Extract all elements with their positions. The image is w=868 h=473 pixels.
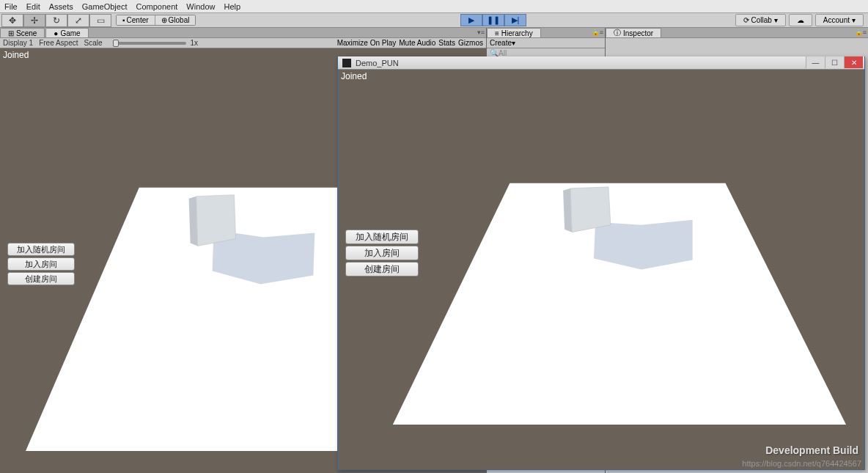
scale-tool-icon[interactable]: ⤢ — [67, 14, 89, 27]
scale-label: Scale — [84, 39, 103, 47]
toolbar: ✥ ✢ ↻ ⤢ ▭ ▪Center ⊕Global ▶ ❚❚ ▶| ⟳ Coll… — [0, 13, 868, 28]
hierarchy-create-dropdown[interactable]: Create — [490, 39, 512, 47]
window-maximize-button[interactable]: ☐ — [825, 56, 844, 68]
panel-lock-icon[interactable]: 🔒≡ — [855, 29, 867, 36]
mute-toggle[interactable]: Mute Audio — [399, 39, 435, 47]
watermark: https://blog.csdn.net/q764424567 — [742, 459, 861, 468]
button-join-random-room[interactable]: 加入随机房间 — [7, 243, 75, 256]
menu-edit[interactable]: Edit — [26, 2, 40, 11]
collab-dropdown[interactable]: ⟳ Collab ▾ — [735, 14, 786, 26]
button-create-room[interactable]: 创建房间 — [345, 262, 419, 276]
svg-marker-2 — [196, 195, 236, 246]
handle-global-button[interactable]: ⊕Global — [155, 15, 196, 25]
menu-component[interactable]: Component — [136, 2, 177, 11]
development-build-label: Development Build — [765, 444, 858, 456]
menu-window[interactable]: Window — [186, 2, 215, 11]
button-join-random-room[interactable]: 加入随机房间 — [345, 230, 419, 244]
window-close-button[interactable]: ✕ — [844, 56, 863, 68]
panel-menu-icon[interactable]: ▾≡ — [477, 29, 485, 36]
menu-assets[interactable]: Assets — [49, 2, 73, 11]
scale-value: 1x — [191, 39, 199, 47]
aspect-dropdown[interactable]: Free Aspect — [39, 39, 78, 47]
pivot-center-button[interactable]: ▪Center — [117, 15, 155, 25]
panel-lock-icon[interactable]: 🔒≡ — [592, 29, 603, 36]
tab-game[interactable]: ● Game — [45, 28, 88, 37]
scale-slider[interactable] — [113, 42, 186, 45]
cloud-button[interactable]: ☁ — [789, 14, 812, 26]
floating-player-window: Demo_PUN — ☐ ✕ Joined 加入随机房间 加入房间 创建房间 D… — [337, 56, 865, 470]
unity-icon — [342, 59, 351, 67]
account-dropdown[interactable]: Account ▾ — [815, 14, 864, 26]
menu-file[interactable]: File — [4, 2, 18, 11]
button-create-room[interactable]: 创建房间 — [7, 272, 75, 285]
tab-inspector[interactable]: ⓘ Inspector — [606, 28, 661, 37]
menu-gameobject[interactable]: GameObject — [82, 2, 128, 11]
window-title: Demo_PUN — [356, 59, 399, 67]
gizmos-dropdown[interactable]: Gizmos — [458, 39, 483, 47]
button-join-room[interactable]: 加入房间 — [7, 257, 75, 271]
menu-bar: File Edit Assets GameObject Component Wi… — [0, 0, 868, 13]
menu-help[interactable]: Help — [224, 2, 240, 11]
stats-toggle[interactable]: Stats — [438, 39, 455, 47]
pause-button[interactable]: ❚❚ — [482, 14, 504, 26]
play-button[interactable]: ▶ — [460, 14, 482, 26]
rect-tool-icon[interactable]: ▭ — [89, 14, 111, 27]
maximize-toggle[interactable]: Maximize On Play — [337, 39, 397, 47]
svg-marker-4 — [393, 183, 846, 425]
display-dropdown[interactable]: Display 1 — [3, 39, 33, 47]
tab-hierarchy[interactable]: ≡ Hierarchy — [487, 28, 541, 37]
move-tool-icon[interactable]: ✢ — [23, 14, 45, 27]
window-titlebar[interactable]: Demo_PUN — ☐ ✕ — [338, 56, 864, 70]
window-minimize-button[interactable]: — — [806, 56, 825, 68]
step-button[interactable]: ▶| — [504, 14, 526, 26]
button-join-room[interactable]: 加入房间 — [345, 246, 419, 260]
tab-scene[interactable]: ⊞ Scene — [0, 28, 45, 37]
player-viewport: Joined 加入随机房间 加入房间 创建房间 Development Buil… — [338, 70, 864, 469]
hand-tool-icon[interactable]: ✥ — [1, 14, 23, 27]
svg-marker-6 — [570, 187, 611, 232]
rotate-tool-icon[interactable]: ↻ — [45, 14, 67, 27]
svg-marker-3 — [189, 197, 198, 246]
